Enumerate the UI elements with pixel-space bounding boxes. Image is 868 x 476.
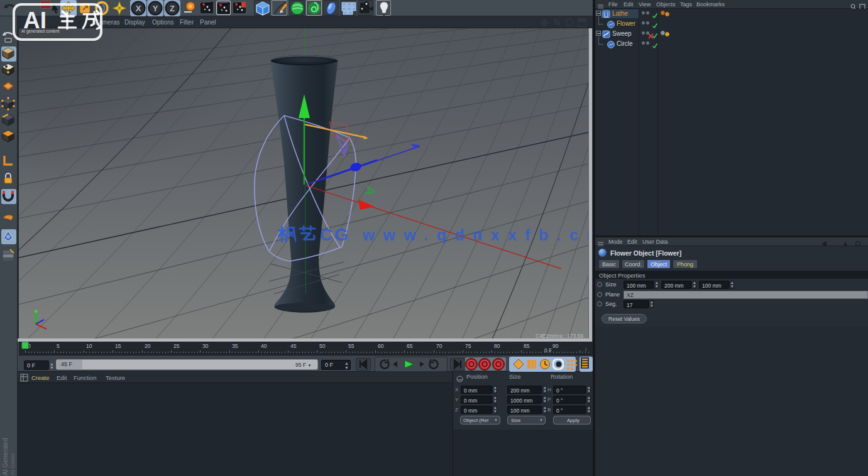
svg-text:Z: Z xyxy=(170,4,175,13)
svg-text:Y: Y xyxy=(153,4,158,13)
svg-text:X: X xyxy=(136,4,141,13)
